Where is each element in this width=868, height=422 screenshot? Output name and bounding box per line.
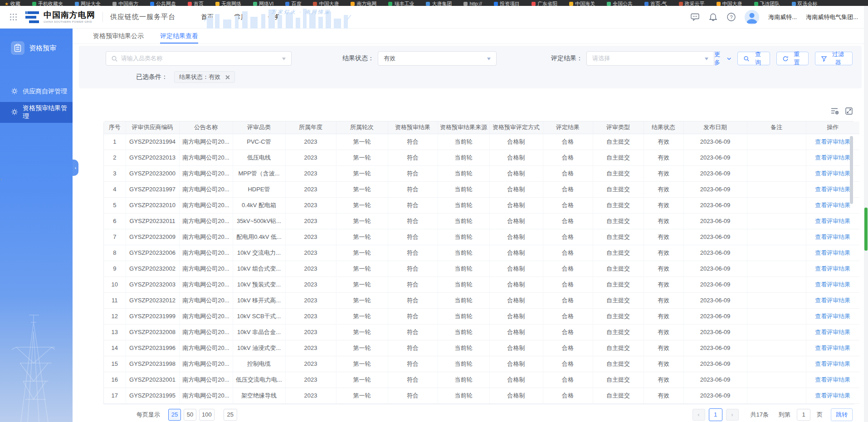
bookmark-item[interactable]: 中国大唐 [313, 1, 339, 6]
favicon [388, 2, 392, 6]
cell-publish_date: 2023-06-09 [683, 276, 747, 292]
nav-common[interactable]: 常用 [234, 13, 247, 21]
user-name-dropdown[interactable]: 海南威特... [768, 13, 797, 21]
next-page-button[interactable]: › [726, 409, 739, 421]
view-review-result-link[interactable]: 查看评审结果 [815, 344, 850, 351]
bookmark-item[interactable]: 广东省阳 [532, 1, 557, 6]
gear-icon [11, 87, 18, 96]
view-review-result-link[interactable]: 查看评审结果 [815, 329, 850, 335]
bookmark-item[interactable]: 首页 [188, 1, 204, 6]
page-size-50[interactable]: 50 [184, 409, 196, 421]
column-settings-icon[interactable] [831, 107, 839, 116]
cell-prequal_result: 符合 [388, 340, 438, 356]
app-grid-icon[interactable] [10, 14, 17, 21]
cell-category: 10kV SCB干式... [233, 308, 285, 324]
edge-chevron-icon[interactable]: › [0, 177, 2, 182]
filter-button[interactable]: 过滤器 [815, 52, 853, 65]
page-scrollbar-thumb[interactable] [864, 208, 868, 251]
bookmark-item[interactable]: 投资项目 [494, 1, 520, 6]
prev-page-button[interactable]: ‹ [692, 409, 705, 421]
table-scrollbar[interactable] [850, 136, 853, 204]
user-avatar[interactable] [745, 10, 759, 24]
query-label: 查询 [753, 50, 764, 67]
cell-remark [747, 197, 806, 213]
bookmark-item[interactable]: 中国南方 [112, 1, 138, 6]
bookmark-item[interactable]: 手机收藏夹 [32, 1, 63, 6]
view-review-result-link[interactable]: 查看评审结果 [815, 233, 850, 240]
cell-category: 10kV 油浸式变... [233, 340, 285, 356]
bookmark-item[interactable]: 双选会标 [792, 1, 818, 6]
view-review-result-link[interactable]: 查看评审结果 [815, 170, 850, 177]
bookmark-item[interactable]: 中国海关 [569, 1, 595, 6]
bookmark-item[interactable]: 公共网盘 [150, 1, 176, 6]
nav-home[interactable]: 首页 [201, 13, 214, 21]
page-scrollbar[interactable] [864, 6, 868, 422]
cell-round: 第一轮 [336, 324, 388, 340]
view-review-result-link[interactable]: 查看评审结果 [815, 376, 850, 383]
bookmark-item[interactable]: 飞连团队 [754, 1, 780, 6]
fullscreen-icon[interactable] [845, 107, 853, 116]
notification-bell-icon[interactable] [708, 13, 717, 22]
view-review-result-link[interactable]: 查看评审结果 [815, 297, 850, 304]
bookmark-item[interactable]: 网络VI [253, 1, 273, 6]
bookmark-item[interactable]: 大唐集团 [426, 1, 452, 6]
reset-button[interactable]: 重置 [776, 52, 809, 65]
search-icon [744, 56, 749, 62]
bookmark-item[interactable]: ★收藏 [5, 1, 20, 6]
page-size-25[interactable]: 25 [168, 409, 181, 421]
category-search-select[interactable]: 请输入品类名称 [106, 51, 292, 66]
favicon [644, 2, 649, 6]
cell-remark [747, 245, 806, 261]
bookmark-item[interactable]: http:// [463, 1, 482, 6]
more-filters-link[interactable]: 更多 [714, 50, 731, 67]
result-status-select[interactable]: 有效 [378, 51, 497, 66]
message-icon[interactable] [690, 13, 699, 22]
view-review-result-link[interactable]: 查看评审结果 [815, 186, 850, 193]
current-page-button[interactable]: 1 [709, 408, 722, 421]
cell-prequal_result: 符合 [388, 165, 438, 181]
help-icon[interactable]: ? [727, 13, 736, 22]
column-header-status: 结果状态 [644, 121, 683, 134]
page-size-input[interactable]: 25 [224, 409, 237, 421]
cell-category: PVC-C管 [233, 134, 285, 150]
view-review-result-link[interactable]: 查看评审结果 [815, 154, 850, 161]
sidebar-group-prequalification[interactable]: 资格预审 [0, 36, 73, 60]
evaluation-result-select[interactable]: 请选择 [586, 51, 714, 66]
bookmark-item[interactable]: 瑞丰工业 [388, 1, 414, 6]
bookmark-item[interactable]: 南方电网 [351, 1, 376, 6]
bookmark-item[interactable]: 政采云平 [679, 1, 705, 6]
bookmark-item[interactable]: 首页-气 [644, 1, 667, 6]
tab-prequalification-result-publicity[interactable]: 资格预审结果公示 [93, 29, 144, 44]
sidebar-item-supplier-self-evaluation[interactable]: 供应商自评管理 [0, 81, 73, 102]
close-icon[interactable] [225, 75, 230, 80]
view-review-result-link[interactable]: 查看评审结果 [815, 218, 850, 224]
bookmark-item[interactable]: 全国公共 [607, 1, 633, 6]
cell-eval_result: 合格 [543, 229, 593, 245]
bookmark-label: 飞连团队 [760, 1, 780, 6]
view-review-result-link[interactable]: 查看评审结果 [815, 360, 850, 367]
view-review-result-link[interactable]: 查看评审结果 [815, 249, 850, 256]
bookmark-item[interactable]: 无痕网络 [215, 1, 241, 6]
tab-bar: 资格预审结果公示 评定结果查看 [73, 29, 868, 44]
goto-page-input[interactable]: 1 [797, 409, 810, 421]
sidebar-item-prequalification-result-management[interactable]: 资格预审结果管理 [0, 102, 73, 123]
sidebar-collapse-handle[interactable]: ‹ [73, 160, 78, 176]
query-button[interactable]: 查询 [737, 52, 770, 65]
tab-evaluation-result-view[interactable]: 评定结果查看 [160, 29, 198, 44]
page-size-100[interactable]: 100 [199, 409, 215, 421]
view-review-result-link[interactable]: 查看评审结果 [815, 313, 850, 320]
view-review-result-link[interactable]: 查看评审结果 [815, 281, 850, 288]
view-review-result-link[interactable]: 查看评审结果 [815, 202, 850, 209]
bookmark-item[interactable]: 中国大唐 [717, 1, 742, 6]
bookmark-item[interactable]: 百度 [285, 1, 301, 6]
jump-button[interactable]: 跳转 [831, 408, 853, 421]
nav-tasks[interactable]: 任务 [268, 13, 281, 21]
view-review-result-link[interactable]: 查看评审结果 [815, 138, 850, 145]
cell-prequal_result: 符合 [388, 213, 438, 229]
view-review-result-link[interactable]: 查看评审结果 [815, 392, 850, 399]
cell-round: 第一轮 [336, 245, 388, 261]
view-review-result-link[interactable]: 查看评审结果 [815, 265, 850, 272]
bookmark-item[interactable]: 网址大全 [75, 1, 101, 6]
column-header-seq: 序号 [104, 121, 126, 134]
cell-code: GYSZP20232009 [126, 229, 179, 245]
